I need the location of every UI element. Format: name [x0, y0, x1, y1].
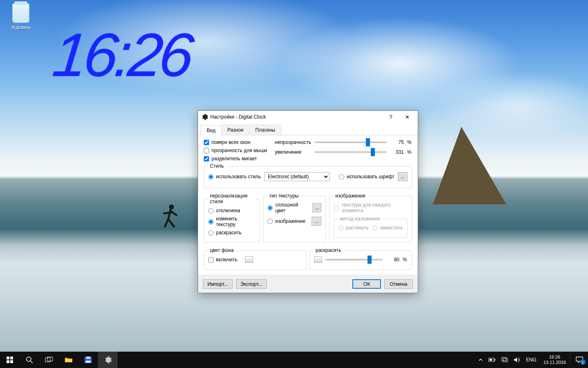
- colorize-slider[interactable]: [325, 259, 382, 260]
- checkbox-per-element: текстура для каждого элемента: [334, 202, 408, 213]
- svg-point-5: [27, 357, 31, 361]
- svg-rect-13: [494, 359, 495, 361]
- checkbox-mouse-transparency[interactable]: прозрачность для мыши: [204, 148, 267, 153]
- tab-view[interactable]: Вид: [200, 125, 222, 135]
- texture-image-more[interactable]: ...: [312, 217, 321, 226]
- zoom-label: увеличение: [275, 149, 312, 155]
- svg-rect-16: [503, 359, 508, 362]
- recycle-bin-icon: [12, 3, 29, 23]
- chevron-up-icon: [479, 358, 483, 362]
- tab-misc[interactable]: Разное: [221, 125, 250, 135]
- disk-icon: [84, 356, 92, 364]
- style-subgroups: персонализация стиля отключена изменить …: [204, 191, 412, 242]
- search-button[interactable]: [20, 352, 39, 368]
- checkbox-separator-blinks[interactable]: разделитель мигает: [204, 156, 267, 162]
- digital-clock-widget[interactable]: 16:26: [49, 20, 194, 94]
- bg-color-chip[interactable]: [245, 256, 253, 263]
- titlebar[interactable]: Настройки - Digital Clock ? ✕: [198, 111, 418, 123]
- tray-language[interactable]: ENG: [523, 352, 539, 368]
- checkbox-bg-enable[interactable]: включить: [208, 256, 302, 263]
- bottom-subgroups: цвет фона включить раскрасить 80 %: [204, 246, 412, 270]
- radio-colorize[interactable]: раскрасить: [208, 230, 255, 236]
- cancel-button[interactable]: Отмена: [384, 279, 413, 289]
- window-title: Настройки - Digital Clock: [210, 114, 383, 120]
- tray-clock[interactable]: 16:26 13.11.2016: [539, 355, 570, 365]
- tabs: Вид Разное Плагины: [198, 125, 418, 135]
- checkbox-stay-on-top[interactable]: поверх всех окон: [204, 139, 267, 145]
- zoom-slider[interactable]: [315, 151, 387, 153]
- svg-line-6: [31, 361, 33, 363]
- image-group: изображение текстура для каждого элемент…: [329, 193, 412, 242]
- radio-change-texture[interactable]: изменить текстуру: [208, 216, 255, 227]
- taskbar: ENG 16:26 13.11.2016: [0, 352, 588, 368]
- task-view-button[interactable]: [39, 352, 59, 368]
- style-select[interactable]: Electronic (default): [264, 172, 330, 181]
- radio-use-style[interactable]: использовать стиль: [208, 174, 261, 180]
- radio-solid-color[interactable]: сплошной цвет ...: [267, 202, 321, 213]
- svg-rect-2: [10, 357, 13, 359]
- svg-rect-4: [10, 360, 13, 363]
- action-center-button[interactable]: [570, 352, 588, 368]
- gear-icon: [201, 114, 208, 120]
- opacity-slider[interactable]: [315, 141, 387, 143]
- file-explorer-button[interactable]: [59, 352, 78, 368]
- wallpaper-rock: [433, 127, 506, 204]
- start-button[interactable]: [0, 352, 20, 368]
- recycle-bin-label: Корзина: [11, 25, 30, 30]
- windows-icon: [7, 357, 13, 363]
- blend-method-group: метод наложения растянуть замостить: [334, 216, 408, 238]
- desktop: Корзина 16:26 Настройки - Digital Clock …: [0, 0, 588, 352]
- radio-personalization-off[interactable]: отключена: [208, 208, 255, 213]
- svg-rect-14: [490, 359, 492, 361]
- task-view-icon: [45, 357, 53, 363]
- bg-color-group: цвет фона включить: [204, 247, 306, 270]
- font-more-button[interactable]: ...: [398, 172, 408, 181]
- export-button[interactable]: Экспорт...: [236, 279, 267, 289]
- opacity-label: непрозрачность: [275, 139, 312, 145]
- radio-stretch: растянуть: [338, 225, 369, 231]
- help-button[interactable]: ?: [383, 111, 399, 123]
- tab-plugins[interactable]: Плагины: [249, 125, 281, 135]
- import-button[interactable]: Импорт...: [203, 279, 233, 289]
- radio-texture-image[interactable]: изображение ...: [267, 217, 321, 226]
- texture-type-group: тип текстуры сплошной цвет ... изображен…: [263, 193, 326, 242]
- zoom-value: 331: [390, 149, 404, 155]
- search-icon: [26, 356, 33, 364]
- wallpaper-runner: [157, 203, 181, 240]
- svg-rect-11: [86, 361, 91, 363]
- radio-use-font[interactable]: использовать шрифт: [339, 174, 394, 180]
- network-icon: [501, 357, 508, 363]
- solid-color-more[interactable]: ...: [312, 203, 321, 212]
- recycle-bin[interactable]: Корзина: [5, 3, 37, 30]
- colorize-value: 80: [385, 257, 399, 263]
- colorize-group: раскрасить 80 %: [310, 247, 412, 270]
- svg-rect-1: [7, 357, 9, 359]
- colorize-chip[interactable]: [314, 256, 322, 263]
- close-button[interactable]: ✕: [399, 111, 415, 123]
- opacity-value: 75: [390, 139, 404, 145]
- svg-rect-3: [7, 360, 9, 363]
- folder-icon: [65, 357, 73, 363]
- taskbar-app-settings[interactable]: [98, 352, 118, 368]
- style-group: Стиль использовать стиль Electronic (def…: [204, 163, 412, 188]
- tray-time: 16:26: [543, 355, 566, 360]
- taskbar-app-1[interactable]: [78, 352, 98, 368]
- tray-chevron[interactable]: [476, 352, 486, 368]
- ok-button[interactable]: ОК: [352, 279, 381, 289]
- volume-icon: [514, 357, 520, 363]
- svg-point-0: [169, 204, 174, 209]
- notification-icon: [576, 357, 583, 363]
- tab-panel-view: поверх всех окон прозрачность для мыши р…: [198, 135, 418, 275]
- radio-tile: замостить: [372, 225, 403, 231]
- svg-rect-15: [502, 357, 506, 361]
- tray-network[interactable]: [499, 352, 511, 368]
- tray-volume[interactable]: [511, 352, 523, 368]
- battery-icon: [488, 357, 496, 362]
- clock-widget-time: 16:26: [50, 20, 194, 89]
- tray-date: 13.11.2016: [543, 360, 566, 365]
- gear-icon: [104, 356, 111, 364]
- tray-battery[interactable]: [486, 352, 499, 368]
- system-tray: ENG 16:26 13.11.2016: [476, 352, 588, 368]
- personalization-group: персонализация стиля отключена изменить …: [204, 193, 260, 242]
- dialog-button-bar: Импорт... Экспорт... ОК Отмена: [198, 275, 418, 293]
